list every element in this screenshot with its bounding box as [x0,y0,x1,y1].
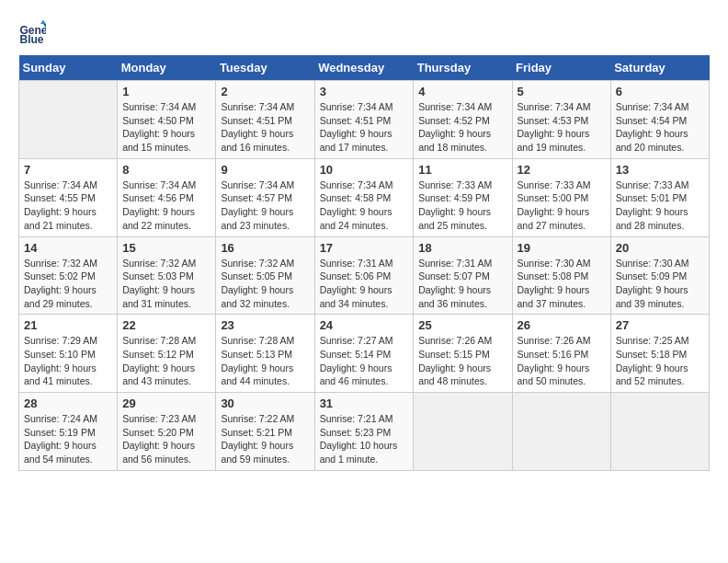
logo-icon: General Blue [18,18,46,46]
day-info: Sunrise: 7:21 AMSunset: 5:23 PMDaylight:… [320,412,409,466]
day-number: 19 [518,241,606,255]
day-number: 20 [616,241,704,255]
calendar-cell: 12Sunrise: 7:33 AMSunset: 5:00 PMDayligh… [512,158,610,236]
calendar-cell: 17Sunrise: 7:31 AMSunset: 5:06 PMDayligh… [314,236,414,315]
calendar-cell: 23Sunrise: 7:28 AMSunset: 5:13 PMDayligh… [216,315,314,393]
weekday-header-wednesday: Wednesday [314,55,414,81]
calendar-cell: 4Sunrise: 7:34 AMSunset: 4:52 PMDaylight… [414,81,512,159]
calendar-cell: 19Sunrise: 7:30 AMSunset: 5:08 PMDayligh… [512,236,610,315]
day-info: Sunrise: 7:33 AMSunset: 4:59 PMDaylight:… [418,178,506,233]
day-info: Sunrise: 7:30 AMSunset: 5:08 PMDaylight:… [518,257,606,311]
calendar-week-row: 14Sunrise: 7:32 AMSunset: 5:02 PMDayligh… [19,236,710,315]
calendar-cell [414,393,512,471]
calendar-cell: 24Sunrise: 7:27 AMSunset: 5:14 PMDayligh… [314,315,414,393]
calendar-cell: 15Sunrise: 7:32 AMSunset: 5:03 PMDayligh… [118,236,216,315]
day-number: 11 [418,163,506,177]
day-info: Sunrise: 7:23 AMSunset: 5:20 PMDaylight:… [122,412,210,466]
day-info: Sunrise: 7:34 AMSunset: 4:50 PMDaylight:… [122,100,210,155]
calendar-cell: 31Sunrise: 7:21 AMSunset: 5:23 PMDayligh… [314,393,414,471]
day-number: 25 [418,318,506,332]
day-info: Sunrise: 7:34 AMSunset: 4:55 PMDaylight:… [24,178,112,233]
day-number: 5 [518,85,606,98]
day-number: 12 [518,163,606,177]
calendar-cell: 3Sunrise: 7:34 AMSunset: 4:51 PMDaylight… [314,81,414,159]
calendar-cell: 14Sunrise: 7:32 AMSunset: 5:02 PMDayligh… [19,236,118,315]
day-number: 29 [122,396,210,410]
calendar-cell: 22Sunrise: 7:28 AMSunset: 5:12 PMDayligh… [118,315,216,393]
day-info: Sunrise: 7:31 AMSunset: 5:06 PMDaylight:… [320,257,409,311]
day-number: 16 [221,241,309,255]
weekday-header-friday: Friday [512,55,610,81]
day-number: 4 [418,85,506,98]
day-number: 2 [221,85,309,98]
calendar-week-row: 1Sunrise: 7:34 AMSunset: 4:50 PMDaylight… [19,81,710,159]
day-info: Sunrise: 7:32 AMSunset: 5:02 PMDaylight:… [24,257,112,311]
day-info: Sunrise: 7:34 AMSunset: 4:52 PMDaylight:… [418,100,506,155]
calendar-body: 1Sunrise: 7:34 AMSunset: 4:50 PMDaylight… [19,81,710,471]
calendar-cell [512,393,610,471]
calendar-cell: 25Sunrise: 7:26 AMSunset: 5:15 PMDayligh… [414,315,512,393]
day-number: 27 [616,318,704,332]
day-info: Sunrise: 7:29 AMSunset: 5:10 PMDaylight:… [24,334,112,388]
calendar-cell: 29Sunrise: 7:23 AMSunset: 5:20 PMDayligh… [118,393,216,471]
calendar-cell [19,81,118,159]
calendar-cell: 10Sunrise: 7:34 AMSunset: 4:58 PMDayligh… [314,158,414,236]
svg-marker-2 [40,20,46,25]
calendar-cell: 1Sunrise: 7:34 AMSunset: 4:50 PMDaylight… [118,81,216,159]
calendar-cell: 6Sunrise: 7:34 AMSunset: 4:54 PMDaylight… [610,81,709,159]
day-info: Sunrise: 7:34 AMSunset: 4:57 PMDaylight:… [221,178,309,233]
day-number: 17 [320,241,409,255]
day-info: Sunrise: 7:34 AMSunset: 4:58 PMDaylight:… [320,178,409,233]
day-number: 6 [616,85,704,98]
calendar-cell: 9Sunrise: 7:34 AMSunset: 4:57 PMDaylight… [216,158,314,236]
day-info: Sunrise: 7:34 AMSunset: 4:54 PMDaylight:… [616,100,704,155]
calendar-week-row: 7Sunrise: 7:34 AMSunset: 4:55 PMDaylight… [19,158,710,236]
calendar-cell: 2Sunrise: 7:34 AMSunset: 4:51 PMDaylight… [216,81,314,159]
calendar-cell: 27Sunrise: 7:25 AMSunset: 5:18 PMDayligh… [610,315,709,393]
calendar-cell: 26Sunrise: 7:26 AMSunset: 5:16 PMDayligh… [512,315,610,393]
day-number: 10 [320,163,409,177]
day-info: Sunrise: 7:22 AMSunset: 5:21 PMDaylight:… [221,412,309,466]
day-info: Sunrise: 7:26 AMSunset: 5:16 PMDaylight:… [518,334,606,388]
calendar-cell: 8Sunrise: 7:34 AMSunset: 4:56 PMDaylight… [118,158,216,236]
day-info: Sunrise: 7:28 AMSunset: 5:13 PMDaylight:… [221,334,309,388]
calendar-cell: 11Sunrise: 7:33 AMSunset: 4:59 PMDayligh… [414,158,512,236]
calendar-cell: 16Sunrise: 7:32 AMSunset: 5:05 PMDayligh… [216,236,314,315]
calendar-cell: 28Sunrise: 7:24 AMSunset: 5:19 PMDayligh… [19,393,118,471]
weekday-header-saturday: Saturday [610,55,709,81]
weekday-header-monday: Monday [118,55,216,81]
day-number: 9 [221,163,309,177]
day-info: Sunrise: 7:25 AMSunset: 5:18 PMDaylight:… [616,334,704,388]
day-number: 22 [122,318,210,332]
day-info: Sunrise: 7:34 AMSunset: 4:51 PMDaylight:… [320,100,409,155]
day-info: Sunrise: 7:24 AMSunset: 5:19 PMDaylight:… [24,412,112,466]
day-info: Sunrise: 7:27 AMSunset: 5:14 PMDaylight:… [320,334,409,388]
day-number: 1 [122,85,210,98]
day-number: 18 [418,241,506,255]
day-number: 24 [320,318,409,332]
calendar-cell: 18Sunrise: 7:31 AMSunset: 5:07 PMDayligh… [414,236,512,315]
day-number: 31 [320,396,409,410]
day-info: Sunrise: 7:31 AMSunset: 5:07 PMDaylight:… [418,257,506,311]
day-number: 14 [24,241,112,255]
day-info: Sunrise: 7:28 AMSunset: 5:12 PMDaylight:… [122,334,210,388]
day-info: Sunrise: 7:34 AMSunset: 4:56 PMDaylight:… [122,178,210,233]
calendar-cell: 20Sunrise: 7:30 AMSunset: 5:09 PMDayligh… [610,236,709,315]
svg-text:Blue: Blue [20,33,44,46]
day-info: Sunrise: 7:32 AMSunset: 5:03 PMDaylight:… [122,257,210,311]
day-number: 26 [518,318,606,332]
day-info: Sunrise: 7:33 AMSunset: 5:01 PMDaylight:… [616,178,704,233]
weekday-header-sunday: Sunday [19,55,118,81]
calendar-week-row: 21Sunrise: 7:29 AMSunset: 5:10 PMDayligh… [19,315,710,393]
weekday-header-tuesday: Tuesday [216,55,314,81]
day-number: 21 [24,318,112,332]
day-number: 15 [122,241,210,255]
day-info: Sunrise: 7:32 AMSunset: 5:05 PMDaylight:… [221,257,309,311]
day-number: 7 [24,163,112,177]
calendar-cell: 5Sunrise: 7:34 AMSunset: 4:53 PMDaylight… [512,81,610,159]
day-number: 30 [221,396,309,410]
calendar-cell: 30Sunrise: 7:22 AMSunset: 5:21 PMDayligh… [216,393,314,471]
weekday-header-row: SundayMondayTuesdayWednesdayThursdayFrid… [19,55,710,81]
day-info: Sunrise: 7:26 AMSunset: 5:15 PMDaylight:… [418,334,506,388]
logo: General Blue [18,18,50,46]
